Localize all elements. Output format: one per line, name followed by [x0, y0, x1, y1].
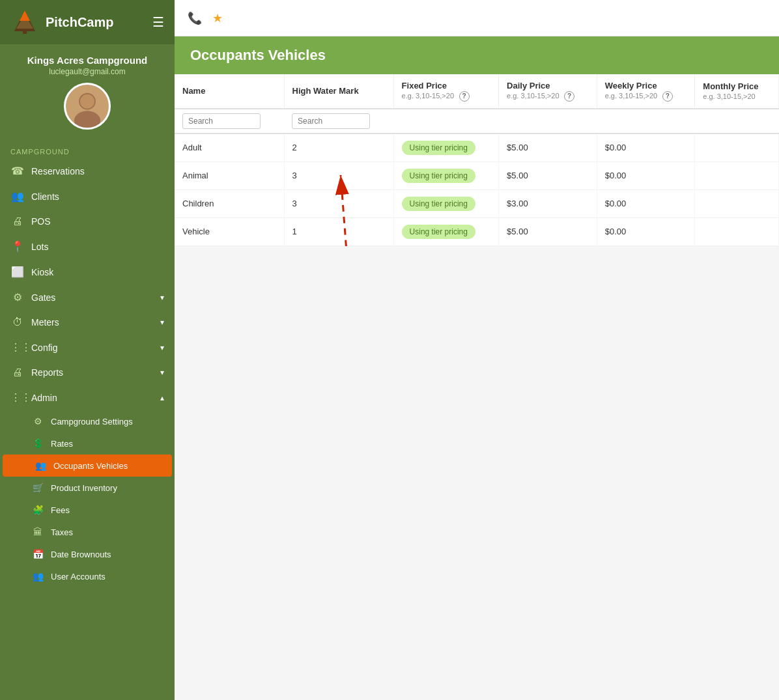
reservations-icon: ☎: [10, 165, 25, 177]
app-logo: [10, 8, 39, 36]
name-search-cell: [175, 109, 284, 133]
tier-pricing-badge: Using tier pricing: [402, 141, 475, 155]
occupants-vehicles-table-container: Name High Water Mark Fixed Price e.g. 3,…: [175, 74, 779, 246]
nav-item-admin[interactable]: ⋮⋮ Admin ▴: [0, 385, 175, 410]
col-name: Name: [175, 74, 284, 109]
gates-chevron: ▾: [160, 293, 164, 302]
occupants-vehicles-icon: 👥: [34, 460, 47, 471]
nav-item-lots[interactable]: 📍 Lots: [0, 234, 175, 259]
product-inventory-icon: 🛒: [31, 483, 44, 493]
col-monthly-price: Monthly Price e.g. 3,10-15,>20: [695, 74, 779, 109]
sub-nav-taxes[interactable]: 🏛 Taxes: [0, 521, 175, 543]
col-daily-price: Daily Price e.g. 3,10-15,>20 ?: [499, 74, 597, 109]
section-label: CAMPGROUND: [0, 140, 175, 158]
svg-point-6: [74, 111, 100, 130]
app-title: PitchCamp: [46, 15, 113, 30]
weekly-price-help-icon[interactable]: ?: [662, 91, 673, 102]
user-section: Kings Acres Campground luclegault@gmail.…: [0, 44, 175, 140]
config-chevron: ▾: [160, 343, 164, 352]
sub-nav-user-accounts[interactable]: 👥 User Accounts: [0, 565, 175, 587]
nav-item-pos[interactable]: 🖨 POS: [0, 209, 175, 234]
svg-rect-3: [23, 29, 27, 34]
meters-chevron: ▾: [160, 318, 164, 327]
nav-item-meters[interactable]: ⏱ Meters ▾: [0, 310, 175, 335]
date-brownouts-icon: 📅: [31, 549, 44, 559]
lots-icon: 📍: [10, 240, 25, 253]
kiosk-icon: ⬜: [10, 266, 25, 278]
svg-point-7: [80, 94, 94, 109]
col-fixed-price: Fixed Price e.g. 3,10-15,>20 ?: [393, 74, 498, 109]
sub-nav-rates[interactable]: 💲 Rates: [0, 432, 175, 455]
page-title: Occupants Vehicles: [190, 47, 763, 64]
admin-icon: ⋮⋮: [10, 391, 25, 404]
sub-nav-date-brownouts[interactable]: 📅 Date Brownouts: [0, 543, 175, 565]
occupants-vehicles-table: Name High Water Mark Fixed Price e.g. 3,…: [175, 74, 779, 246]
reports-chevron: ▾: [160, 368, 164, 377]
top-bar: 📞 ★: [175, 0, 779, 36]
table-body: Adult2Using tier pricing$5.00$0.00Animal…: [175, 133, 779, 246]
admin-chevron: ▴: [160, 393, 164, 402]
pos-icon: 🖨: [10, 216, 25, 227]
taxes-icon: 🏛: [31, 527, 44, 537]
col-weekly-price: Weekly Price e.g. 3,10-15,>20 ?: [597, 74, 695, 109]
page-content: Occupants Vehicles Name High Water Mark …: [175, 36, 779, 700]
star-icon: ★: [212, 11, 223, 25]
svg-marker-2: [20, 10, 30, 21]
sidebar: PitchCamp ☰ Kings Acres Campground lucle…: [0, 0, 175, 700]
sub-nav-fees[interactable]: 🧩 Fees: [0, 499, 175, 521]
nav-item-reports[interactable]: 🖨 Reports ▾: [0, 360, 175, 385]
gates-icon: ⚙: [10, 291, 25, 303]
daily-price-help-icon[interactable]: ?: [564, 91, 574, 102]
page-header: Occupants Vehicles: [175, 36, 779, 74]
nav-item-clients[interactable]: 👥 Clients: [0, 184, 175, 209]
config-icon: ⋮⋮: [10, 341, 25, 354]
campground-settings-icon: ⚙: [31, 416, 44, 427]
fixed-price-help-icon[interactable]: ?: [459, 91, 470, 102]
meters-icon: ⏱: [10, 316, 25, 328]
table-row: Children3Using tier pricing$3.00$0.00: [175, 189, 779, 217]
nav-item-reservations[interactable]: ☎ Reservations: [0, 158, 175, 184]
tier-pricing-badge: Using tier pricing: [402, 169, 475, 183]
phone-icon: 📞: [188, 11, 202, 25]
name-search-input[interactable]: [182, 113, 261, 129]
hwm-search-cell: [284, 109, 393, 133]
rates-icon: 💲: [31, 438, 44, 449]
user-email: luclegault@gmail.com: [49, 67, 126, 76]
table-header-row: Name High Water Mark Fixed Price e.g. 3,…: [175, 74, 779, 109]
sub-nav-product-inventory[interactable]: 🛒 Product Inventory: [0, 477, 175, 499]
clients-icon: 👥: [10, 190, 25, 203]
nav-item-kiosk[interactable]: ⬜ Kiosk: [0, 259, 175, 285]
user-name: Kings Acres Campground: [27, 55, 147, 66]
nav-item-gates[interactable]: ⚙ Gates ▾: [0, 285, 175, 310]
fees-icon: 🧩: [31, 505, 44, 515]
nav-item-config[interactable]: ⋮⋮ Config ▾: [0, 335, 175, 360]
avatar: [64, 83, 111, 130]
table-row: Animal3Using tier pricing$5.00$0.00: [175, 161, 779, 189]
table-search-row: [175, 109, 779, 133]
tier-pricing-badge: Using tier pricing: [402, 197, 475, 211]
sidebar-header: PitchCamp ☰: [0, 0, 175, 44]
sub-nav-occupants-vehicles[interactable]: 👥 Occupants Vehicles: [3, 455, 172, 477]
user-accounts-icon: 👥: [31, 571, 44, 581]
hwm-search-input[interactable]: [292, 113, 370, 129]
tier-pricing-badge: Using tier pricing: [402, 225, 475, 239]
main-content: 📞 ★ Occupants Vehicles Name High Water M…: [175, 0, 779, 700]
table-row: Vehicle1Using tier pricing$5.00$0.00: [175, 217, 779, 245]
col-high-water-mark: High Water Mark: [284, 74, 393, 109]
hamburger-icon[interactable]: ☰: [152, 14, 164, 30]
table-row: Adult2Using tier pricing$5.00$0.00: [175, 133, 779, 162]
sub-nav-campground-settings[interactable]: ⚙ Campground Settings: [0, 410, 175, 432]
reports-icon: 🖨: [10, 367, 25, 378]
